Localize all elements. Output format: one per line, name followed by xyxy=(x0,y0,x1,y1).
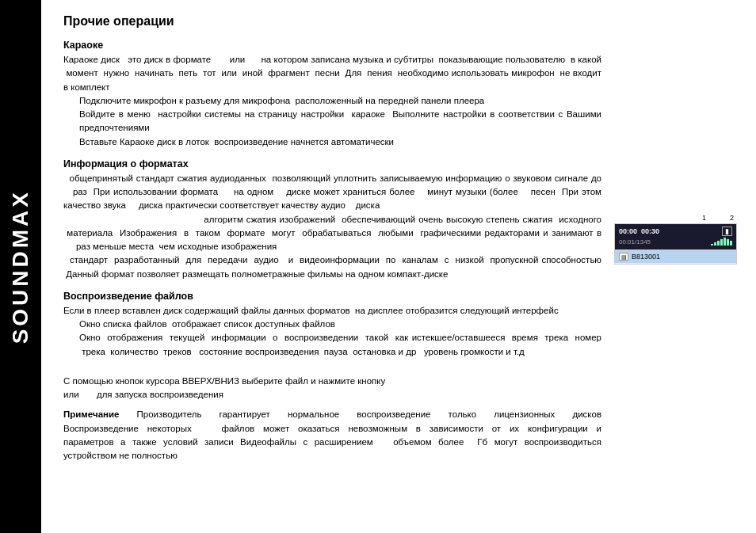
text-column: Караоке Караоке диск это диск в формате … xyxy=(63,40,601,472)
device-ui: 00:00 00:30 ▮ 00:01/1345 xyxy=(614,223,737,265)
device-screen: 00:00 00:30 ▮ 00:01/1345 xyxy=(615,224,736,249)
section-note: Примечание Производитель гарантирует нор… xyxy=(63,408,601,463)
vol-bar-4 xyxy=(720,239,723,246)
section-playback-title: Воспроизведение файлов xyxy=(63,291,601,302)
section-formats-p2: алгоритм сжатия изображений обеспечивающ… xyxy=(63,213,601,254)
section-formats-p1: общепринятый стандарт сжатия аудиоданных… xyxy=(63,172,601,213)
device-battery: ▮ xyxy=(722,227,732,236)
section-karaoke: Караоке Караоке диск это диск в формате … xyxy=(63,40,601,149)
vol-bar-2 xyxy=(714,242,716,246)
section-karaoke-title: Караоке xyxy=(63,40,601,51)
section-karaoke-p2: Подключите микрофон к разъему для микроф… xyxy=(63,94,601,108)
section-playback-p2: Окно списка файлов отображает список дос… xyxy=(63,318,601,331)
vol-bar-5 xyxy=(724,238,726,246)
section-playback-p3: Окно отображения текущей информации о во… xyxy=(63,331,601,359)
section-karaoke-p4: Вставьте Караоке диск в лоток воспроизве… xyxy=(63,135,601,149)
section-formats-title: Информация о форматах xyxy=(63,158,601,169)
device-time: 00:00 00:30 xyxy=(619,227,659,235)
vol-bar-3 xyxy=(717,241,720,246)
device-column: 1 2 00:00 00:30 ▮ 00:01/1345 xyxy=(614,214,737,265)
page-title: Прочие операции xyxy=(63,14,737,29)
section-playback: Воспроизведение файлов Если в плеер вста… xyxy=(63,291,601,359)
section-formats-p3: стандарт разработанный для передачи ауди… xyxy=(63,253,601,281)
section-karaoke-p3: Войдите в меню настройки системы на стра… xyxy=(63,108,601,135)
content-wrapper: Караоке Караоке диск это диск в формате … xyxy=(63,40,737,472)
sidebar: SOUNDMAX xyxy=(0,0,41,533)
vol-bar-7 xyxy=(730,241,732,246)
screen-top-row: 00:00 00:30 ▮ xyxy=(619,227,732,236)
section-note-text: Примечание Производитель гарантирует нор… xyxy=(63,408,601,463)
device-file-list: ▤ B813001 xyxy=(615,249,736,264)
file-icon-1: ▤ xyxy=(619,253,628,261)
device-counter: 00:01/1345 xyxy=(619,238,651,246)
vol-bar-1 xyxy=(711,244,713,246)
main-content: Прочие операции Караоке Караоке диск это… xyxy=(41,0,756,533)
file-row-1: ▤ B813001 xyxy=(615,250,736,264)
section-navigation: С помощью кнопок курсора ВВЕРХ/ВНИЗ выбе… xyxy=(63,375,601,402)
vol-bar-6 xyxy=(727,239,729,246)
file-name-1: B813001 xyxy=(632,253,660,261)
note-label: Примечание xyxy=(63,409,119,419)
label-1: 1 xyxy=(702,214,706,222)
section-karaoke-p1: Караоке диск это диск в формате или на к… xyxy=(63,53,601,94)
volume-bar xyxy=(711,238,732,246)
label-2: 2 xyxy=(730,214,734,222)
brand-text: SOUNDMAX xyxy=(8,189,33,344)
section-playback-p1: Если в плеер вставлен диск содержащий фа… xyxy=(63,304,601,318)
section-formats: Информация о форматах общепринятый станд… xyxy=(63,158,601,281)
screen-mid-row: 00:01/1345 xyxy=(619,238,732,246)
device-num-labels: 1 2 xyxy=(614,214,737,222)
